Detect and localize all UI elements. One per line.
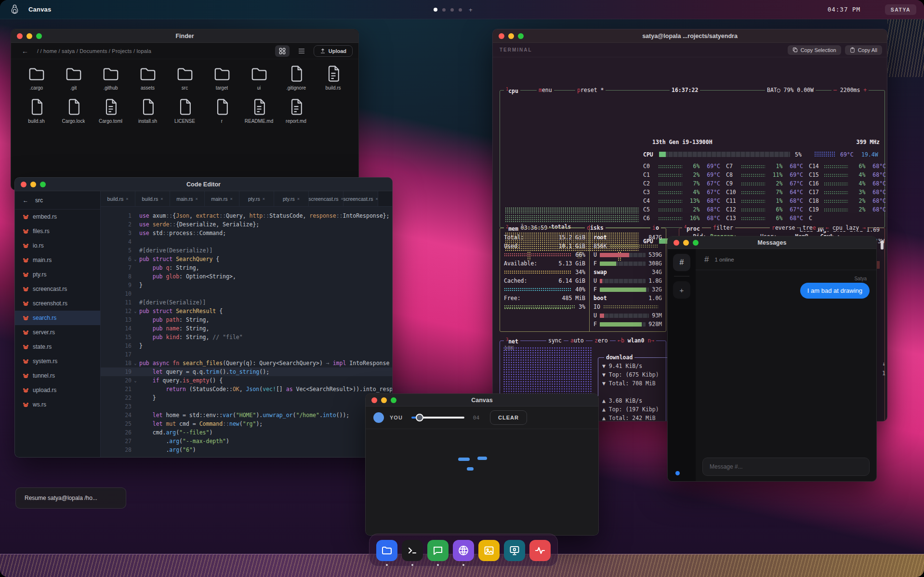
dock-app-browser[interactable] — [453, 540, 474, 561]
close-button[interactable] — [499, 33, 504, 39]
list-view-button[interactable] — [294, 45, 309, 57]
tab-build.rs[interactable]: build.rs× — [101, 191, 135, 206]
add-channel-button[interactable]: + — [673, 281, 690, 299]
sidebar-file-pty.rs[interactable]: pty.rs — [15, 267, 100, 282]
close-button[interactable] — [673, 240, 679, 246]
drawing-canvas[interactable] — [366, 429, 598, 535]
sidebar-file-embed.rs[interactable]: embed.rs — [15, 210, 100, 224]
file-item-.github[interactable]: .github — [92, 65, 129, 91]
close-tab-icon[interactable]: × — [230, 197, 233, 201]
editor-titlebar[interactable]: Code Editor — [15, 178, 392, 191]
sidebar-file-upload.rs[interactable]: upload.rs — [15, 383, 100, 397]
back-button[interactable]: ← — [22, 47, 28, 55]
minimize-button[interactable] — [381, 397, 387, 403]
tab-build.rs[interactable]: build.rs× — [135, 191, 170, 206]
file-item-.git[interactable]: .git — [55, 65, 92, 91]
close-tab-icon[interactable]: × — [297, 197, 300, 201]
minimize-button[interactable] — [508, 33, 514, 39]
file-item-assets[interactable]: assets — [129, 65, 166, 91]
sidebar-file-screencast.rs[interactable]: screencast.rs — [15, 282, 100, 296]
tab-screencast.rs[interactable]: screencast.rs× — [343, 191, 378, 206]
workspace-dot-active[interactable] — [434, 8, 437, 12]
file-item-README.md[interactable]: README.md — [240, 98, 277, 124]
zoom-button[interactable] — [693, 240, 699, 246]
dock-app-images[interactable] — [478, 540, 500, 561]
canvas-titlebar[interactable]: Canvas — [366, 394, 598, 407]
breadcrumb[interactable]: / / home / satya / Documents / Projects … — [37, 48, 151, 54]
clear-button[interactable]: CLEAR — [490, 410, 527, 425]
channel-button[interactable]: # — [673, 254, 690, 271]
minimize-button[interactable] — [26, 33, 32, 39]
close-tab-icon[interactable]: × — [160, 197, 163, 201]
workspace-dot[interactable] — [442, 8, 446, 12]
code-area[interactable]: 1use axum::{Json, extract::Query, http::… — [101, 207, 392, 457]
sidebar-file-io.rs[interactable]: io.rs — [15, 238, 100, 253]
file-item-LICENSE[interactable]: LICENSE — [166, 98, 203, 124]
file-item-src[interactable]: src — [166, 65, 203, 91]
file-item-ui[interactable]: ui — [240, 65, 277, 91]
dock-app-monitor[interactable] — [529, 540, 551, 561]
workspace-dot[interactable] — [450, 8, 454, 12]
close-tab-icon[interactable]: × — [196, 197, 198, 201]
dock-app-terminal[interactable] — [402, 540, 423, 561]
add-workspace-button[interactable]: + — [469, 6, 473, 13]
grid-view-button[interactable] — [275, 45, 290, 57]
messages-titlebar[interactable]: Messages — [668, 236, 876, 249]
sidebar-file-tunnel.rs[interactable]: tunnel.rs — [15, 368, 100, 383]
minimize-button[interactable] — [30, 182, 36, 187]
file-item-.gitignore[interactable]: .gitignore — [277, 65, 315, 91]
file-item-install.sh[interactable]: install.sh — [129, 98, 166, 124]
sidebar-file-ws.rs[interactable]: ws.rs — [15, 397, 100, 412]
slider-knob[interactable] — [416, 414, 423, 421]
file-item-Cargo.toml[interactable]: Cargo.toml — [92, 98, 129, 124]
sidebar-file-files.rs[interactable]: files.rs — [15, 224, 100, 238]
finder-titlebar[interactable]: Finder — [11, 29, 358, 43]
close-tab-icon[interactable]: × — [263, 197, 265, 201]
file-item-build.rs[interactable]: build.rs — [315, 65, 352, 91]
zoom-button[interactable] — [36, 33, 42, 39]
minimize-button[interactable] — [683, 240, 689, 246]
sidebar-file-state.rs[interactable]: state.rs — [15, 340, 100, 354]
sidebar-file-server.rs[interactable]: server.rs — [15, 325, 100, 340]
resume-session-button[interactable]: Resume satya@lopala /ho... — [15, 487, 126, 509]
dock-app-messages[interactable] — [427, 540, 449, 561]
tab-main.rs[interactable]: main.rs× — [170, 191, 205, 206]
file-item-Cargo.lock[interactable]: Cargo.lock — [55, 98, 92, 124]
color-swatch[interactable] — [373, 412, 384, 423]
zoom-button[interactable] — [40, 182, 46, 187]
copy-all-button[interactable]: Copy All — [845, 45, 882, 55]
dock-app-files[interactable] — [376, 540, 397, 561]
sidebar-file-main.rs[interactable]: main.rs — [15, 253, 100, 267]
close-tab-icon[interactable]: × — [126, 197, 128, 201]
close-button[interactable] — [17, 33, 23, 39]
file-item-build.sh[interactable]: build.sh — [18, 98, 55, 124]
tab-pty.rs[interactable]: pty.rs× — [274, 191, 309, 206]
copy-selection-button[interactable]: Copy Selection — [788, 45, 841, 55]
tab-screencast.rs[interactable]: screencast.rs× — [309, 191, 343, 206]
fold-chevron-icon[interactable]: ⌄ — [132, 309, 139, 314]
fold-chevron-icon[interactable]: ⌄ — [132, 378, 139, 383]
close-button[interactable] — [371, 397, 377, 403]
file-item-.cargo[interactable]: .cargo — [18, 65, 55, 91]
file-item-target[interactable]: target — [203, 65, 240, 91]
fold-chevron-icon[interactable]: ⌄ — [132, 257, 139, 262]
terminal-titlebar[interactable]: satya@lopala ...rojects/satyendra — [493, 29, 887, 43]
user-badge[interactable]: SATYA — [885, 4, 916, 15]
file-item-report.md[interactable]: report.md — [277, 98, 315, 124]
sidebar-file-screenshot.rs[interactable]: screenshot.rs — [15, 296, 100, 311]
upload-button[interactable]: Upload — [314, 45, 353, 57]
close-button[interactable] — [21, 182, 26, 187]
file-item-r[interactable]: r — [203, 98, 240, 124]
fold-chevron-icon[interactable]: ⌄ — [132, 361, 139, 366]
zoom-button[interactable] — [518, 33, 524, 39]
close-tab-icon[interactable]: × — [376, 197, 378, 201]
zoom-button[interactable] — [391, 397, 396, 403]
tab-pty.rs[interactable]: pty.rs× — [239, 191, 274, 206]
brush-size-slider[interactable] — [411, 414, 464, 421]
proc-scrollbar[interactable] — [881, 241, 884, 249]
back-icon[interactable]: ← — [23, 197, 28, 204]
workspace-dot[interactable] — [459, 8, 462, 12]
message-input[interactable] — [702, 458, 870, 476]
dock-app-screencast[interactable] — [504, 540, 525, 561]
tab-main.rs[interactable]: main.rs× — [205, 191, 239, 206]
